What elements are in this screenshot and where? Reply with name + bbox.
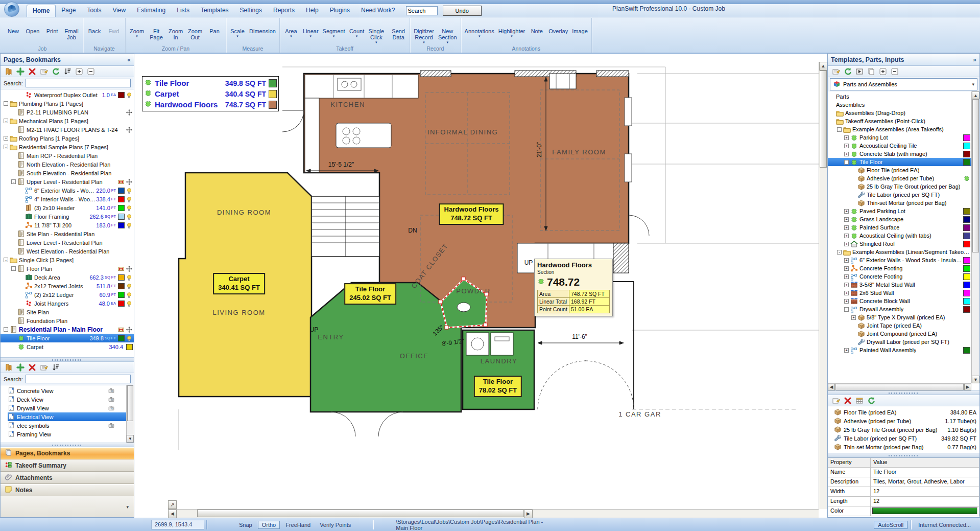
tree-row[interactable]: P2-11 PLUMBING PLAN [1,108,134,117]
property-row[interactable]: Length12 [828,497,979,506]
takeoff-label[interactable]: Carpet 340.41 SQ FT [213,273,265,294]
view-list-item[interactable]: Deck View [8,395,134,404]
pages-search-input[interactable] [26,79,131,87]
template-tree-row[interactable]: +3-5/8" Metal Stud Wall [828,281,971,289]
snap-button[interactable]: Snap [235,521,256,528]
template-tree-row[interactable]: Tile Labor (priced per SQ FT) [828,191,971,199]
tree-row[interactable]: South Elevation - Residential Plan [1,169,134,177]
legend-row[interactable]: Tile Floor349.8 SQ FT [144,78,277,88]
nav-tab-notes[interactable]: Notes [1,484,134,496]
template-tree-row[interactable]: -Drywall Assembly [828,305,971,313]
property-row[interactable]: Width12 [828,487,979,497]
move-crosshair-icon[interactable] [126,326,133,333]
tree-row[interactable]: Tile Floor349.8SQ FT [1,334,134,342]
tb-props-icon[interactable] [832,67,840,76]
color-swatch[interactable] [963,298,970,305]
expander-icon[interactable]: + [844,234,849,238]
tree-row[interactable]: North Elevation - Residential Plan [1,160,134,169]
segment-button[interactable]: Segment▾ [321,18,347,37]
visibility-bulb-icon[interactable] [126,283,133,290]
expander-icon[interactable]: + [844,299,849,304]
tree-row[interactable]: Site Plan - Residential Plan [1,229,134,238]
views-search-input[interactable] [26,375,131,383]
part-row[interactable]: Tile Labor (priced per SQ FT)349.82 SQ F… [829,434,978,443]
expander-icon[interactable]: + [844,283,849,287]
color-swatch[interactable] [963,282,970,288]
template-tree-row[interactable]: +Concrete Footing [828,272,971,281]
expander-icon[interactable]: + [844,225,849,230]
tb-refresh-icon[interactable] [844,67,852,76]
drawing-canvas[interactable]: KITCHENINFORMAL DININGFAMILY ROOMDINING … [134,53,827,518]
tree-row[interactable]: Main RCP - Residential Plan [1,151,134,160]
color-swatch[interactable] [118,292,125,298]
template-tree-row[interactable]: Joint Compound (priced EA) [828,330,971,338]
visibility-bulb-icon[interactable] [126,300,133,307]
menu-tab-estimating[interactable]: Estimating [131,5,171,17]
tree-row[interactable]: Carpet340.4 [1,342,134,351]
color-swatch[interactable] [963,233,970,239]
tree-row[interactable]: Site Plan [1,308,134,316]
expander-icon[interactable]: - [4,145,8,149]
expander-icon[interactable]: - [11,179,16,184]
menu-tab-plugins[interactable]: Plugins [324,5,355,17]
view-list-item[interactable]: Electrical View [8,412,134,421]
tb-props-icon[interactable] [832,397,840,405]
menu-tab-reports[interactable]: Reports [268,5,300,17]
property-row[interactable]: NameTile Floor [828,468,979,477]
splitter[interactable] [1,357,134,362]
legend-row[interactable]: Carpet340.4 SQ FT [144,88,277,99]
new-section-button[interactable]: New Section▾ [436,18,459,43]
scroll-right-icon[interactable]: ▶ [964,384,971,390]
zoom-button[interactable]: Zoom▾ [127,18,147,37]
tree-row[interactable]: -Single Click [3 Pages] [1,256,134,264]
image-button[interactable]: Image [570,18,590,35]
template-tree-row[interactable]: Parts [828,93,971,101]
tree-row[interactable]: Waterproof Duplex Outlet1.0EA [1,90,134,99]
color-swatch[interactable] [118,205,125,211]
template-tree-row[interactable]: Assemblies [828,101,971,109]
template-tree-row[interactable]: Adhesive (priced per Tube) [828,174,971,182]
color-swatch[interactable] [963,257,970,264]
tb-refresh-icon[interactable] [52,67,60,76]
tb-add-icon[interactable] [16,363,25,372]
tree-row[interactable]: Floor Framing262.6SQ FT [1,212,134,221]
expander-icon[interactable]: + [844,274,849,279]
legend-row[interactable]: Hardwood Floors748.7 SQ FT [144,99,277,110]
template-tree-row[interactable]: +6" Exterior Walls - Wood Studs - Insula… [828,256,971,264]
tb-delete-icon[interactable] [844,397,852,405]
more-panels-icon[interactable]: ▾ [126,504,129,510]
color-swatch[interactable] [118,92,125,98]
template-tree-row[interactable]: +Parking Lot [828,133,971,142]
color-swatch[interactable] [963,208,970,215]
tree-row[interactable]: M2-11 HVAC FLOOR PLANS & T-24 [1,125,134,134]
splitter[interactable] [828,390,979,395]
visibility-bulb-icon[interactable] [126,274,133,281]
template-tree-row[interactable]: Takeoff Assemblies (Point-Click) [828,117,971,125]
fwd-button[interactable]: Fwd [104,18,124,35]
pan-button[interactable]: Pan [205,18,224,35]
color-swatch[interactable] [118,283,125,289]
tb-sort-icon[interactable] [63,67,71,76]
camera-icon[interactable] [107,422,115,429]
linear-button[interactable]: Linear▾ [301,18,321,37]
tb-bookmark-icon[interactable] [5,67,13,76]
move-crosshair-icon[interactable] [126,109,133,116]
property-color-swatch[interactable] [872,507,977,514]
templates-vscrollbar[interactable]: ▲ ▼ [971,91,979,383]
views-scrollbar[interactable]: ▼ [126,385,134,443]
template-tree-row[interactable]: -Example Assemblies (Area Takeoffs) [828,125,971,133]
tb-delete-icon[interactable] [28,363,36,372]
email-job-button[interactable]: Email Job [62,18,81,41]
template-tree-row[interactable]: +Concrete Block Wall [828,297,971,305]
move-crosshair-icon[interactable] [126,178,133,186]
expander-icon[interactable]: + [844,209,849,214]
expander-icon[interactable]: - [11,266,16,271]
nav-tab-takeoff-summary[interactable]: Takeoff Summary [1,459,134,472]
tree-row[interactable]: Joist Hangers48.0EA [1,299,134,308]
expander-icon[interactable]: - [4,258,8,262]
tree-row[interactable]: (2) 2x12 Ledger60.9FT [1,290,134,299]
expander-icon[interactable]: + [844,291,849,295]
tree-row[interactable]: -Floor Plan [1,264,134,273]
fit-page-button[interactable]: Fit Page [147,18,166,41]
camera-icon[interactable] [107,405,115,411]
